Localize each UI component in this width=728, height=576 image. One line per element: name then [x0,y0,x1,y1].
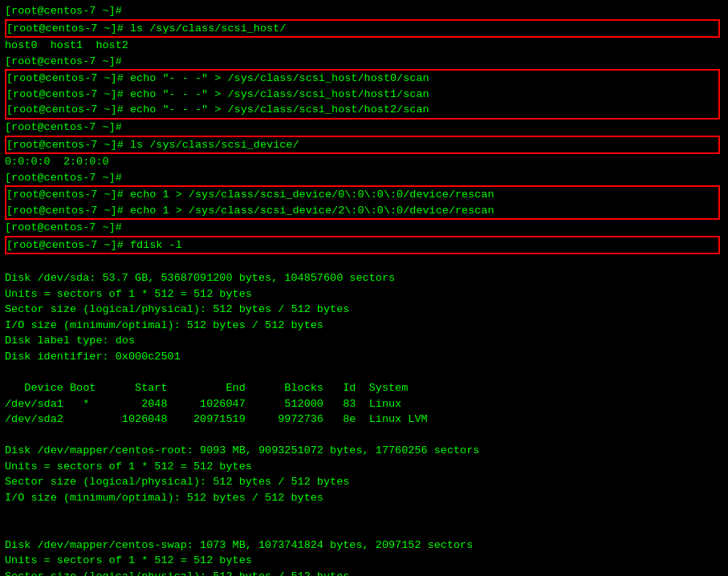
command-line: [root@centos-7 ~]# echo "- - -" > /sys/c… [6,71,718,87]
command-line: [root@centos-7 ~]# echo "- - -" > /sys/c… [6,87,718,103]
highlighted-command-group: [root@centos-7 ~]# echo "- - -" > /sys/c… [5,69,720,120]
highlighted-command-group: [root@centos-7 ~]# fdisk -l [5,236,720,255]
output-line: Sector size (logical/physical): 512 byte… [5,569,723,576]
prompt-line: [root@centos-7 ~]# [5,54,723,70]
prompt-line: [root@centos-7 ~]# [5,120,723,136]
highlighted-command-group: [root@centos-7 ~]# ls /sys/class/scsi_de… [5,136,720,155]
output-line: Device Boot Start End Blocks Id System [5,380,723,396]
terminal: [root@centos-7 ~]#[root@centos-7 ~]# ls … [5,3,723,576]
output-line: /dev/sda2 1026048 20971519 9972736 8e Li… [5,412,723,428]
blank-line [5,364,723,380]
prompt-line: [root@centos-7 ~]# [5,170,723,186]
output-line: Disk /dev/mapper/centos-root: 9093 MB, 9… [5,443,723,459]
output-line: Disk identifier: 0x000c2501 [5,349,723,365]
blank-line [5,505,723,521]
blank-line [5,254,723,270]
output-line: 0:0:0:0 2:0:0:0 [5,154,723,170]
command-line: [root@centos-7 ~]# echo 1 > /sys/class/s… [6,203,718,219]
output-line: Sector size (logical/physical): 512 byte… [5,302,723,318]
output-line: /dev/sda1 * 2048 1026047 512000 83 Linux [5,396,723,412]
output-line: Disk label type: dos [5,333,723,349]
output-line: Units = sectors of 1 * 512 = 512 bytes [5,459,723,475]
output-line: Disk /dev/sda: 53.7 GB, 53687091200 byte… [5,270,723,286]
prompt-line: [root@centos-7 ~]# [5,220,723,236]
prompt-line: [root@centos-7 ~]# [5,3,723,19]
output-line: I/O size (minimum/optimal): 512 bytes / … [5,490,723,506]
blank-line [5,521,723,537]
command-line: [root@centos-7 ~]# echo 1 > /sys/class/s… [6,187,718,203]
blank-line [5,428,723,444]
command-line: [root@centos-7 ~]# ls /sys/class/scsi_de… [6,137,718,153]
output-line: Disk /dev/mapper/centos-swap: 1073 MB, 1… [5,537,723,554]
output-line: Units = sectors of 1 * 512 = 512 bytes [5,286,723,302]
command-line: [root@centos-7 ~]# fdisk -l [6,237,718,254]
output-line: Sector size (logical/physical): 512 byte… [5,474,723,490]
output-line: Units = sectors of 1 * 512 = 512 bytes [5,553,723,569]
highlighted-command-group: [root@centos-7 ~]# ls /sys/class/scsi_ho… [5,19,720,39]
output-line: host0 host1 host2 [5,38,723,54]
command-line: [root@centos-7 ~]# echo "- - -" > /sys/c… [6,102,718,118]
output-line: I/O size (minimum/optimal): 512 bytes / … [5,318,723,334]
highlighted-command-group: [root@centos-7 ~]# echo 1 > /sys/class/s… [5,185,720,220]
command-line: [root@centos-7 ~]# ls /sys/class/scsi_ho… [6,21,718,37]
